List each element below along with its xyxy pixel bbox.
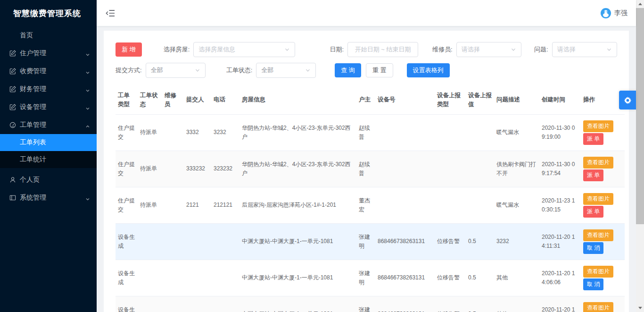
add-button[interactable]: 新 增 [116,42,142,57]
sidebar-item-system[interactable]: 系统管理 [0,189,97,207]
sidebar-item-label: 工单统计 [20,155,46,164]
sidebar: 智慧缴费管理系统 首页住户管理收费管理财务管理设备管理工单管理工单列表工单统计个… [0,0,97,312]
cell-owner: 赵续普 [359,151,378,187]
reset-button[interactable]: 重 置 [366,63,393,77]
view-image-button[interactable]: 查看图片 [583,193,613,205]
cell-device: 868466738263131 [378,223,437,260]
cell-device [378,114,437,151]
issue-label: 问题: [534,45,548,54]
table-body: 住户提交待派单33323232华阴热力站-华城2、4小区-23-东单元-302西… [116,114,625,312]
date-range-input[interactable]: 开始日期 ~ 结束日期 [347,42,418,57]
cell-issue: 其他 [496,260,542,296]
cell-report-value [468,114,496,151]
cell-status [140,260,165,296]
chevron-down-icon [85,69,90,76]
cell-submitter [186,260,214,296]
view-image-button[interactable]: 查看图片 [583,120,613,132]
cell-submitter: 333232 [186,151,214,187]
sidebar-item-resident[interactable]: 住户管理 [0,44,97,62]
cell-actions: 查看图片取 消 [583,260,625,296]
workorder-table: 工单类型工单状态维修员提交人电话房屋信息户主设备号设备上报类型设备上报值问题描述… [116,86,625,312]
submit-method-label: 提交方式: [116,66,142,75]
cell-status: 待派单 [140,114,165,151]
column-header: 工单类型 [116,86,140,114]
set-columns-button[interactable]: 设置表格列 [407,63,450,77]
sidebar-item-workorder[interactable]: 工单管理 [0,116,97,134]
cancel-button[interactable]: 取 消 [583,278,603,290]
chevron-down-icon [85,87,90,94]
column-header: 房屋信息 [242,86,359,114]
cell-worker [165,151,186,187]
cell-submitter [186,296,214,312]
dashboard-icon [9,122,16,128]
gear-icon [624,96,632,104]
chevron-down-icon [606,47,612,52]
worker-select[interactable]: 请选择 [456,42,521,57]
cell-actions: 查看图片取 消 [583,296,625,312]
column-header: 设备上报值 [468,86,496,114]
cell-created: 2020-11-30 09:19:00 [542,114,583,151]
app-root: 智慧缴费管理系统 首页住户管理收费管理财务管理设备管理工单管理工单列表工单统计个… [0,0,644,312]
app-title: 智慧缴费管理系统 [0,0,97,26]
cell-device: 868466738263131 [378,260,437,296]
cell-type: 住户提交 [116,151,140,187]
search-button[interactable]: 查 询 [335,63,361,77]
cell-submitter: 3332 [186,114,214,151]
cell-status [140,296,165,312]
column-header: 创建时间 [542,86,583,114]
cell-report-value [468,187,496,223]
sidebar-item-label: 工单管理 [20,121,46,129]
column-header: 工单状态 [140,86,165,114]
sidebar-item-finance[interactable]: 财务管理 [0,80,97,98]
scrollbar-up-arrow-icon[interactable] [636,0,644,8]
sidebar-item-label: 首页 [20,31,33,40]
house-select[interactable]: 选择房屋信息 [193,42,295,57]
table-settings-button[interactable] [619,91,636,110]
column-header: 电话 [214,86,242,114]
sidebar-item-personal[interactable]: 个人页 [0,171,97,189]
sidebar-item-billing[interactable]: 收费管理 [0,62,97,80]
cell-created: 2020-11-20 14:06:06 [542,260,583,296]
workorder-card: 新 增 选择房屋: 选择房屋信息 日期: 开始日期 ~ 结束日期 维修员: 请选… [104,31,629,312]
table-row: 住户提交待派单33323232华阴热力站-华城2、4小区-23-东单元-302西… [116,114,625,151]
view-image-button[interactable]: 查看图片 [583,157,613,169]
chevron-down-icon [305,67,311,73]
dispatch-button[interactable]: 派 单 [583,169,603,181]
order-status-select[interactable]: 全部 [256,63,316,78]
cell-owner: 张建明 [359,223,378,260]
view-image-button[interactable]: 查看图片 [583,302,613,312]
sidebar-item-workorder-stats[interactable]: 工单统计 [0,151,97,168]
cell-created: 2020-11-30 09:17:54 [542,151,583,187]
cell-actions: 查看图片派 单 [583,187,625,223]
table-row: 设备生成中渊大厦站-中渊大厦-1-一单元-1081张建明868466738263… [116,260,625,296]
sidebar-collapse-icon[interactable] [106,9,116,17]
user-menu[interactable]: 李强 [601,8,627,18]
sidebar-item-workorder-list[interactable]: 工单列表 [0,134,97,151]
edit-square-icon [9,104,16,110]
cancel-button[interactable]: 取 消 [583,242,603,254]
dispatch-button[interactable]: 派 单 [583,133,603,145]
cell-report-value: 0.5 [468,223,496,260]
order-status-label: 工单状态: [226,66,253,75]
chevron-down-icon [85,51,90,59]
cell-owner: 张建明 [359,260,378,296]
cell-owner: 张建明 [359,296,378,312]
sidebar-item-device[interactable]: 设备管理 [0,98,97,116]
scrollbar-down-arrow-icon[interactable] [636,304,644,312]
dispatch-button[interactable]: 派 单 [583,206,603,218]
cell-submitter [186,223,214,260]
submit-method-select[interactable]: 全部 [146,63,206,78]
view-image-button[interactable]: 查看图片 [583,266,613,278]
cell-owner: 董杰宏 [359,187,378,223]
scrollbar-thumb[interactable] [636,8,644,224]
house-label: 选择房屋: [164,45,190,54]
edit-square-icon [9,68,16,75]
view-image-button[interactable]: 查看图片 [583,229,613,241]
column-header: 设备上报类型 [437,86,468,114]
cell-house: 中渊大厦站-中渊大厦-1-一单元-1081 [242,296,359,312]
issue-select[interactable]: 请选择 [552,42,617,57]
table-row: 住户提交待派单2121212121后屈家沟-屈家沟恩泽苑小区-1#-1-201董… [116,187,625,223]
chevron-down-icon [511,47,516,52]
sidebar-item-home[interactable]: 首页 [0,26,97,44]
cell-issue: 3232 [496,223,542,260]
